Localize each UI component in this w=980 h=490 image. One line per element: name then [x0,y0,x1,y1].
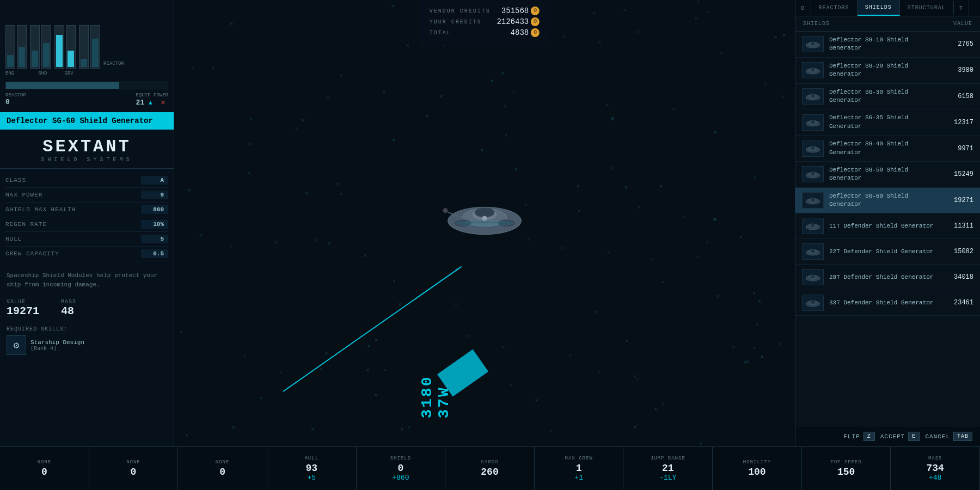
shield-item-value: 15082 [949,248,973,255]
bar-group-2 [30,25,51,69]
shield-list-item[interactable]: Deflector SG-10 Shield Generator 2765 [795,32,980,58]
bar-group-1 [5,25,27,69]
shield-item-value: 34018 [949,273,973,281]
shield-item-value: 15249 [949,170,973,178]
stat-value: 0.5 [141,249,168,258]
shield-item-value: 3980 [949,66,973,74]
bar-label-row: ENG SHD GRV [0,71,174,79]
cargo-label: 318037W [419,375,452,418]
shield-item-name: Deflector SG-30 Shield Generator [829,88,944,105]
svg-point-28 [811,172,814,175]
right-panel: O REACTORS SHIELDS STRUCTURAL T SHIELDS … [795,0,980,446]
shield-list-item[interactable]: 22T Defender Shield Generator 15082 [795,239,980,265]
bottom-stat-shield: SHIELD 0+860 [357,447,446,490]
shield-list-item[interactable]: Deflector SG-40 Shield Generator 9971 [795,136,980,162]
vendor-credits-row: VENDOR CREDITS 351568 © [430,7,540,15]
bar-4 [41,25,51,69]
shield-list-item[interactable]: Deflector SG-20 Shield Generator 3980 [795,58,980,84]
svg-point-10 [455,220,514,226]
total-credit-icon: © [531,28,540,37]
shield-item-name: 22T Defender Shield Generator [829,248,944,256]
shield-item-name: 28T Defender Shield Generator [829,273,944,281]
tab-o[interactable]: O [795,1,811,16]
shield-item-name: Deflector SG-40 Shield Generator [829,140,944,157]
value-label: VALUE [7,299,39,305]
stat-row: HULL 5 [5,232,168,247]
svg-point-22 [811,120,814,124]
tab-structural[interactable]: STRUCTURAL [900,1,954,15]
reactor-label: REACTOR [5,93,26,98]
bottom-stat-delta: +48 [929,474,941,482]
eng-label-text: ENG [5,71,14,76]
stat-row: REGEN RATE 10% [5,217,168,232]
shield-item-name: Deflector SG-10 Shield Generator [829,36,944,53]
cancel-label: CANCEL [925,433,950,440]
bottom-stat-top-speed: TOP SPEED 150 [802,447,891,490]
shield-list-item[interactable]: Deflector SG-35 Shield Generator 12317 [795,109,980,136]
stat-value: 10% [141,220,168,229]
shield-list-item[interactable]: 11T Defender Shield Generator 11311 [795,213,980,239]
bar-group-4 [79,25,100,69]
svg-point-34 [811,224,814,227]
tab-t[interactable]: T [954,1,970,16]
shield-list-item[interactable]: Deflector SG-50 Shield Generator 15249 [795,162,980,188]
close-btn[interactable]: ✕ [161,99,165,107]
bottom-stat-value: 0 [219,467,225,477]
stat-row: SHIELD MAX HEALTH 860 [5,203,168,217]
svg-point-13 [811,42,814,45]
shield-item-value: 12317 [949,119,973,126]
mass-group: MASS 48 [61,299,76,317]
shield-thumbnail [802,243,824,260]
shield-list[interactable]: Deflector SG-10 Shield Generator 2765 De… [795,32,980,426]
stat-value: 5 [141,235,168,243]
stat-label: SHIELD MAX HEALTH [5,206,76,213]
flip-button[interactable]: FLIP Z [843,432,874,441]
shield-list-item[interactable]: Deflector SG-60 Shield Generator 19271 [795,188,980,214]
tab-reactors[interactable]: REACTORS [811,1,857,15]
skill-details: Starship Design (Rank 4) [30,339,84,352]
bottom-stat-value: 0 [397,463,403,474]
bottom-stat-label: MASS [928,456,942,461]
tab-shields[interactable]: SHIELDS [857,0,900,16]
cancel-button[interactable]: CANCEL TAB [925,432,972,441]
svg-point-31 [811,198,814,201]
bottom-stat-value: 21 [662,463,674,474]
bar-3 [30,25,40,69]
stat-value: 9 [141,191,168,199]
grv-label-text: GRV [64,71,73,76]
diagonal-line [283,266,462,392]
shield-thumbnail [802,140,824,157]
equip-delta: ▲ [149,100,152,106]
shield-list-item[interactable]: 33T Defender Shield Generator 23461 [795,290,980,316]
bottom-stat-jump-range: JUMP RANGE 21-1LY [623,447,713,490]
shield-thumbnail [802,269,824,285]
value-mass-section: VALUE 19271 MASS 48 [0,295,174,322]
bottom-stat-delta: -1LY [659,474,676,482]
equip-value: 21 ▲ ✕ [136,98,168,107]
skill-name: Starship Design [30,339,84,346]
credits-panel: VENDOR CREDITS 351568 © YOUR CREDITS 212… [419,0,550,46]
shield-list-item[interactable]: Deflector SG-30 Shield Generator 6158 [795,84,980,110]
bar-6 [66,25,76,69]
list-header: SHIELDS VALUE [795,16,980,32]
spaceship-svg [436,184,534,253]
status-bars: REACTOR [0,0,174,71]
accept-button[interactable]: ACCEPT E [880,432,920,441]
stat-label: HULL [5,236,22,242]
required-skills-section: REQUIRED SKILLS: ⚙ Starship Design (Rank… [0,322,174,359]
brand-area: SEXTANT SHIELD SYSTEMS [0,130,174,169]
shield-list-item[interactable]: 28T Defender Shield Generator 34018 [795,265,980,290]
shield-thumbnail [802,114,824,131]
bottom-stat-label: TOP SPEED [830,460,862,465]
your-credits-row: YOUR CREDITS 2126433 © [430,17,540,26]
bottom-bar: NONE 0 NONE 0 NONE 0 HULL 93+5 SHIELD 0+… [0,446,980,490]
value-group: VALUE 19271 [7,299,39,317]
bottom-stat-cargo: CARGO 260 [445,447,535,490]
svg-point-19 [811,94,814,97]
shield-thumbnail [802,36,824,52]
reactor-group: REACTOR 0 [5,93,26,107]
vendor-credits-label: VENDOR CREDITS [430,8,491,14]
shield-item-name: Deflector SG-35 Shield Generator [829,114,944,131]
main-viewport: VENDOR CREDITS 351568 © YOUR CREDITS 212… [174,0,795,446]
skill-item: ⚙ Starship Design (Rank 4) [7,335,167,355]
